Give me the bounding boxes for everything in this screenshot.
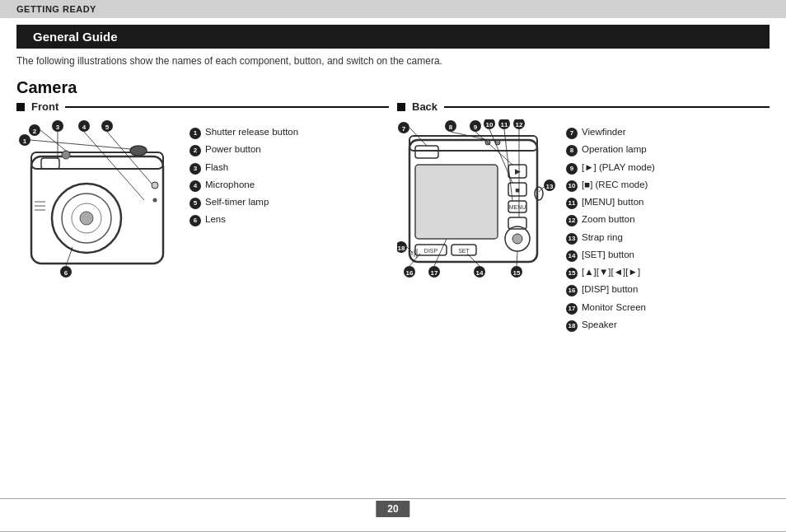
svg-point-46: [512, 234, 522, 244]
list-item: 11[MENU] button: [566, 194, 655, 211]
camera-front-illustration: 1 2 3 4: [16, 119, 181, 282]
svg-line-81: [517, 251, 517, 266]
svg-point-9: [152, 182, 158, 189]
section-heading: General Guide: [16, 25, 770, 49]
item-number: 18: [566, 320, 578, 332]
item-label: [SET] button: [582, 246, 634, 264]
svg-text:6: 6: [64, 269, 68, 277]
back-header-square: [397, 103, 405, 111]
item-number: 15: [566, 268, 578, 279]
svg-text:4: 4: [82, 124, 87, 131]
intro-text: The following illustrations show the nam…: [0, 49, 786, 73]
svg-point-8: [62, 151, 70, 159]
list-item: 16[DISP] button: [566, 281, 655, 298]
svg-text:18: 18: [398, 245, 405, 252]
item-label: Lens: [205, 211, 226, 228]
item-label: Shutter release button: [205, 124, 298, 141]
svg-line-19: [40, 130, 66, 151]
svg-text:10: 10: [486, 121, 494, 128]
camera-back-illustration: ▶ ■ MENU DISP: [397, 119, 558, 282]
svg-text:MENU: MENU: [509, 204, 526, 210]
item-number: 1: [189, 128, 201, 139]
item-label: [MENU] button: [582, 194, 643, 211]
list-item: 8Operation lamp: [566, 141, 655, 158]
list-item: 13Strap ring: [566, 229, 655, 246]
front-diagram-area: 1 2 3 4: [16, 119, 389, 282]
item-label: [▲][▼][◄][►]: [582, 264, 640, 281]
list-item: 14[SET] button: [566, 246, 655, 264]
getting-ready-label: GETTING READY: [16, 4, 96, 14]
back-diagram-area: ▶ ■ MENU DISP: [397, 119, 770, 334]
front-label: Front: [31, 100, 58, 113]
svg-rect-7: [41, 158, 59, 169]
front-header-line: [65, 106, 389, 108]
list-item: 9[►] (PLAY mode): [566, 159, 655, 176]
top-banner: GETTING READY: [0, 0, 786, 18]
item-label: Microphone: [205, 176, 255, 194]
list-item: 3Flash: [189, 159, 298, 176]
list-item: 4Microphone: [189, 176, 298, 194]
item-label: Strap ring: [582, 229, 623, 246]
item-number: 11: [566, 198, 578, 209]
section-title: General Guide: [33, 30, 118, 44]
svg-rect-34: [415, 165, 498, 239]
list-item: 5Self-timer lamp: [189, 194, 298, 211]
back-column: Back: [393, 100, 774, 334]
item-number: 5: [189, 198, 201, 209]
two-columns: Front: [0, 100, 786, 334]
list-item: 6Lens: [189, 211, 298, 228]
camera-section-title: Camera: [0, 73, 786, 100]
svg-line-25: [84, 132, 144, 200]
item-number: 12: [566, 215, 578, 226]
back-label: Back: [412, 100, 437, 113]
list-item: 15[▲][▼][◄][►]: [566, 264, 655, 281]
page-wrapper: GETTING READY General Guide The followin…: [0, 0, 786, 532]
list-item: 1Shutter release button: [189, 124, 298, 141]
svg-point-10: [153, 198, 157, 203]
item-label: Power button: [205, 141, 261, 158]
list-item: 12Zoom button: [566, 211, 655, 228]
svg-rect-0: [31, 156, 163, 264]
item-number: 3: [189, 163, 201, 175]
page-number: 20: [376, 501, 409, 517]
svg-text:2: 2: [33, 128, 37, 135]
back-header: Back: [397, 100, 770, 113]
item-label: [■] (REC mode): [582, 176, 648, 194]
svg-point-2: [130, 146, 147, 156]
item-label: [►] (PLAY mode): [582, 159, 655, 176]
item-number: 8: [566, 145, 578, 156]
svg-text:▶: ▶: [515, 167, 521, 175]
svg-rect-33: [409, 136, 537, 151]
item-number: 14: [566, 250, 578, 262]
item-label: Zoom button: [582, 211, 635, 228]
item-label: Operation lamp: [582, 141, 647, 158]
svg-text:1: 1: [23, 138, 27, 145]
item-label: Monitor Screen: [582, 299, 646, 316]
list-item: 7Viewfinder: [566, 124, 655, 141]
svg-text:SET: SET: [458, 248, 470, 254]
item-number: 2: [189, 145, 201, 156]
item-label: [DISP] button: [582, 281, 638, 298]
front-header-square: [16, 103, 25, 111]
item-number: 7: [566, 128, 578, 139]
svg-text:14: 14: [476, 269, 484, 277]
item-number: 10: [566, 180, 578, 192]
item-number: 6: [189, 215, 201, 226]
svg-text:11: 11: [501, 121, 508, 128]
intro-paragraph: The following illustrations show the nam…: [16, 55, 442, 67]
svg-text:15: 15: [513, 269, 521, 277]
svg-text:3: 3: [56, 124, 60, 131]
front-column: Front: [12, 100, 393, 334]
svg-text:7: 7: [402, 125, 406, 133]
svg-text:12: 12: [516, 121, 523, 128]
list-item: 10[■] (REC mode): [566, 176, 655, 194]
item-number: 17: [566, 303, 578, 315]
front-labels: 1Shutter release button2Power button3Fla…: [189, 119, 298, 229]
svg-text:8: 8: [449, 124, 453, 131]
list-item: 17Monitor Screen: [566, 299, 655, 316]
item-label: Flash: [205, 159, 228, 176]
svg-text:5: 5: [105, 124, 110, 131]
back-header-line: [444, 106, 770, 108]
item-number: 9: [566, 163, 578, 175]
item-number: 16: [566, 285, 578, 296]
